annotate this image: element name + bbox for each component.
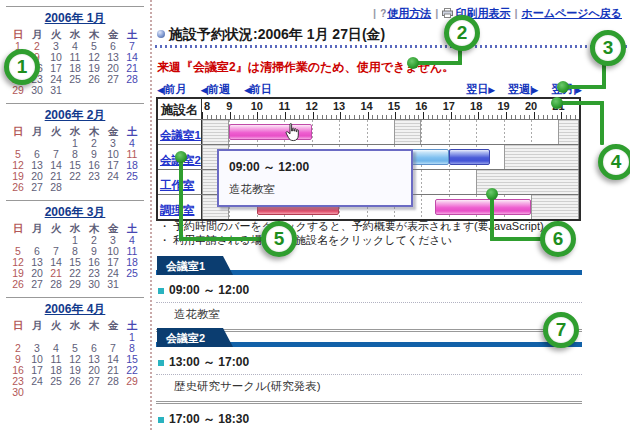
calendar-day: 24 bbox=[28, 376, 47, 387]
calendar-divider bbox=[6, 297, 144, 298]
nav-next-link[interactable]: 翌日▶ bbox=[466, 83, 494, 95]
annotation-connector-line bbox=[602, 64, 606, 89]
hand-cursor-icon bbox=[284, 123, 301, 147]
calendar-grid: 日月火水木金土123456789101112131415161718192021… bbox=[0, 320, 150, 398]
page-title: 施設予約状況:2006年 1月 27日(金) bbox=[169, 26, 385, 42]
usage-notes: ・ 予約時間のバーをクリックすると、予約概要が表示されます(要JavaScrip… bbox=[159, 219, 544, 247]
entry-description: 造花教室 bbox=[156, 303, 582, 326]
annotation-number-circle: 7 bbox=[543, 312, 579, 348]
nav-prev-link[interactable]: ◀|前週 bbox=[200, 83, 229, 95]
room-label-cell: 会議室1 bbox=[158, 120, 202, 144]
calendar-day: 25 bbox=[123, 268, 142, 279]
calendar-weekday-header: 火 bbox=[47, 320, 66, 331]
calendar-weekday-header: 火 bbox=[47, 223, 66, 234]
section-room-name: 会議室1 bbox=[157, 256, 233, 275]
booking-bar[interactable] bbox=[435, 199, 531, 215]
title-dotted-rule bbox=[155, 45, 628, 48]
calendar-day: 28 bbox=[47, 182, 66, 193]
link-separator: | bbox=[373, 7, 376, 19]
header-links: |?使用方法|印刷用表示|ホームページへ戻る bbox=[155, 6, 622, 21]
facility-reservation-page: 2006年 1月日月火水木金土1234567891011121314151617… bbox=[0, 0, 630, 430]
annotation-number-circle: 5 bbox=[261, 221, 297, 257]
hour-gridline bbox=[421, 170, 422, 194]
hour-label: 19 bbox=[497, 100, 509, 112]
calendar-weekday-header: 金 bbox=[104, 320, 123, 331]
calendar-weekday-header: 木 bbox=[85, 223, 104, 234]
calendar-day: 22 bbox=[66, 171, 85, 182]
annotation-connector-line bbox=[559, 101, 604, 105]
calendar-month-link[interactable]: 2006年 3月 bbox=[0, 204, 150, 221]
booking-bar[interactable] bbox=[449, 149, 490, 165]
annotation-connector-line bbox=[600, 101, 604, 145]
nav-next-link[interactable]: 翌週|▶ bbox=[508, 83, 537, 95]
hour-label: 13 bbox=[333, 100, 345, 112]
calendar-day: 30 bbox=[28, 85, 47, 96]
calendar-weekday-header: 土 bbox=[123, 320, 142, 331]
calendar-month-link[interactable]: 2006年 2月 bbox=[0, 107, 150, 124]
annotation-number-circle: 2 bbox=[444, 15, 480, 51]
schedule-header-row: 施設名89101112131415161718192021 bbox=[158, 99, 579, 119]
facility-name-header: 施設名 bbox=[158, 99, 202, 119]
calendar-weekday-header: 水 bbox=[66, 126, 85, 137]
room-booking-section: 会議室213:00 ～ 17:00歴史研究サークル(研究発表)17:00 ～ 1… bbox=[156, 328, 582, 430]
left-arrow-icon: ◀| bbox=[200, 85, 207, 95]
calendar-weekday-header: 木 bbox=[85, 126, 104, 137]
tooltip-time: 09:00 ～ 12:00 bbox=[229, 159, 411, 176]
calendar-day: 25 bbox=[123, 171, 142, 182]
closed-hatch-segment bbox=[531, 195, 579, 219]
calendar-day: 27 bbox=[28, 279, 47, 290]
nav-prev-link[interactable]: ◀|前月 bbox=[157, 83, 186, 95]
room-link[interactable]: 調理室 bbox=[160, 204, 195, 216]
calendar-divider bbox=[6, 200, 144, 201]
room-link[interactable]: 工作室 bbox=[160, 179, 195, 191]
nav-prev-link[interactable]: ◀前日 bbox=[244, 83, 272, 95]
calendar-divider bbox=[6, 103, 144, 104]
calendar-month: 2006年 4月日月火水木金土1234567891011121314151617… bbox=[0, 297, 150, 398]
annotation-pin-dot bbox=[175, 151, 187, 163]
calendar-day: 27 bbox=[28, 182, 47, 193]
annotation-pin-dot bbox=[557, 81, 569, 93]
calendar-day: 29 bbox=[123, 376, 142, 387]
annotation-connector-line bbox=[563, 85, 606, 89]
calendar-weekday-header: 月 bbox=[28, 126, 47, 137]
calendar-month: 2006年 3月日月火水木金土1234567891011121314151617… bbox=[0, 200, 150, 290]
calendar-day: 27 bbox=[104, 74, 123, 85]
hour-ruler-ticks bbox=[202, 112, 579, 119]
header-link[interactable]: ホームページへ戻る bbox=[521, 7, 622, 19]
hour-gridline bbox=[531, 120, 532, 144]
calendar-weekday-header: 水 bbox=[66, 29, 85, 40]
calendar-weekday-header: 金 bbox=[104, 126, 123, 137]
calendar-weekday-header: 日 bbox=[9, 223, 28, 234]
closed-hatch-segment bbox=[202, 120, 229, 144]
room-link[interactable]: 会議室1 bbox=[160, 129, 201, 141]
calendar-day: 25 bbox=[66, 74, 85, 85]
room-booking-section: 会議室109:00 ～ 12:00造花教室 bbox=[156, 256, 582, 332]
hour-scale: 89101112131415161718192021 bbox=[202, 99, 579, 119]
header-link[interactable]: 使用方法 bbox=[387, 7, 431, 19]
calendar-day: 26 bbox=[9, 182, 28, 193]
calendar-month-link[interactable]: 2006年 4月 bbox=[0, 301, 150, 318]
calendar-day: 30 bbox=[9, 387, 28, 398]
annotation-connector-line bbox=[415, 61, 462, 65]
calendar-month-link[interactable]: 2006年 1月 bbox=[0, 10, 150, 27]
calendar-divider bbox=[6, 6, 144, 7]
calendar-day: 23 bbox=[85, 171, 104, 182]
calendar-weekday-header: 月 bbox=[28, 29, 47, 40]
hour-label: 15 bbox=[388, 100, 400, 112]
right-arrow-icon: ▶ bbox=[488, 85, 494, 95]
schedule-room-row: 会議室1 bbox=[158, 119, 579, 144]
link-separator: | bbox=[514, 7, 517, 19]
calendar-day: 30 bbox=[85, 279, 104, 290]
right-arrow-icon: |▶ bbox=[530, 85, 537, 95]
hour-gridline bbox=[449, 120, 450, 144]
closed-hatch-segment bbox=[394, 120, 421, 144]
calendar-day: 31 bbox=[104, 279, 123, 290]
annotation-connector-line bbox=[179, 158, 183, 241]
calendar-grid: 日月火水木金土123456789101112131415161718192021… bbox=[0, 223, 150, 290]
left-arrow-icon: ◀ bbox=[244, 85, 250, 95]
hour-label: 14 bbox=[360, 100, 372, 112]
calendar-month: 2006年 2月日月火水木金土1234567891011121314151617… bbox=[0, 103, 150, 193]
left-arrow-icon: ◀| bbox=[157, 85, 164, 95]
calendar-weekday-header: 土 bbox=[123, 223, 142, 234]
calendar-weekday-header: 水 bbox=[66, 320, 85, 331]
